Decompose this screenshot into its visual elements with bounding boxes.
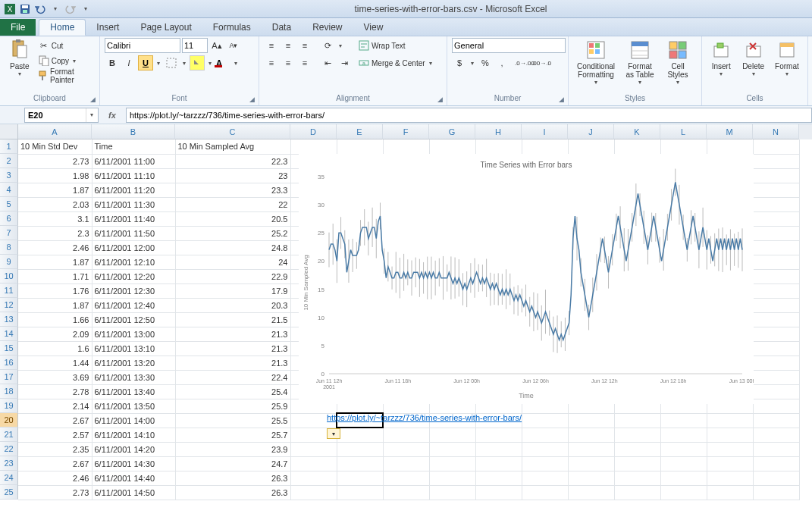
cell-C3[interactable]: 23 [175,168,290,183]
alignment-launcher[interactable]: ◢ [435,95,444,104]
cell-F23[interactable] [383,456,429,471]
cell-N1[interactable] [753,139,799,154]
col-header-A[interactable]: A [18,124,92,139]
cell-J21[interactable] [568,428,614,442]
cell-K21[interactable] [614,428,660,442]
cell-G24[interactable] [429,471,475,485]
row-header-11[interactable]: 11 [0,283,18,298]
row-header-24[interactable]: 24 [0,471,18,485]
cell-I24[interactable] [522,471,568,485]
cell-N8[interactable] [753,240,799,255]
cell-styles-button[interactable]: Cell Styles▾ [661,38,694,87]
cell-L22[interactable] [660,442,707,456]
italic-button[interactable]: I [121,55,136,70]
cell-A19[interactable]: 2.14 [18,399,92,413]
qat-customize-dropdown[interactable]: ▾ [79,2,92,16]
cell-H20[interactable] [475,413,522,428]
tab-formulas[interactable]: Formulas [202,19,262,36]
cell-M25[interactable] [707,485,753,500]
cell-E23[interactable] [337,456,383,471]
cell-K20[interactable] [614,413,660,428]
cell-N24[interactable] [753,471,799,485]
cell-F24[interactable] [383,471,429,485]
bold-button[interactable]: B [105,55,120,70]
cell-A24[interactable]: 2.46 [18,471,92,485]
increase-font-icon[interactable]: A▴ [209,38,224,53]
fill-color-button[interactable] [190,55,205,70]
row-header-5[interactable]: 5 [0,197,18,211]
cell-B1[interactable]: Time [92,139,175,154]
cell-C7[interactable]: 25.2 [175,226,290,240]
cell-C5[interactable]: 22 [175,197,290,211]
cell-N10[interactable] [753,269,799,283]
name-box[interactable]: ▾ [24,108,99,123]
cell-H22[interactable] [475,442,522,456]
col-header-D[interactable]: D [290,124,337,139]
cell-D24[interactable] [290,471,337,485]
merge-center-button[interactable]: aMerge & Center▾ [358,55,434,70]
cell-C22[interactable]: 23.9 [175,442,290,456]
col-header-K[interactable]: K [614,124,660,139]
cell-N21[interactable] [753,428,799,442]
cell-D23[interactable] [290,456,337,471]
increase-indent-icon[interactable]: ⇥ [337,55,352,70]
cell-C25[interactable]: 26.3 [175,485,290,500]
cell-B13[interactable]: 6/11/2001 12:50 [92,312,175,327]
cell-J23[interactable] [568,456,614,471]
row-header-8[interactable]: 8 [0,240,18,255]
cell-B11[interactable]: 6/11/2001 12:30 [92,283,175,298]
row-header-4[interactable]: 4 [0,183,18,197]
paste-options-tag[interactable]: ▾ [327,428,340,439]
row-header-6[interactable]: 6 [0,211,18,226]
cell-F25[interactable] [383,485,429,500]
cell-K1[interactable] [614,139,660,154]
cell-H23[interactable] [475,456,522,471]
cell-F21[interactable] [383,428,429,442]
currency-icon[interactable]: $ [452,55,467,70]
cell-A4[interactable]: 1.87 [18,183,92,197]
cell-I25[interactable] [522,485,568,500]
cell-A6[interactable]: 3.1 [18,211,92,226]
cell-E21[interactable] [337,428,383,442]
cell-I1[interactable] [522,139,568,154]
cut-button[interactable]: ✂Cut [38,38,95,53]
cell-C15[interactable]: 21.3 [175,341,290,356]
cell-M22[interactable] [707,442,753,456]
cell-L20[interactable] [660,413,707,428]
cell-N14[interactable] [753,327,799,341]
cell-D20[interactable] [290,413,337,428]
cell-N7[interactable] [753,226,799,240]
cell-G23[interactable] [429,456,475,471]
undo-icon[interactable] [33,2,47,16]
row-header-12[interactable]: 12 [0,298,18,312]
clipboard-launcher[interactable]: ◢ [88,95,97,104]
cell-B3[interactable]: 6/11/2001 11:10 [92,168,175,183]
cell-E22[interactable] [337,442,383,456]
insert-button[interactable]: Insert▾ [707,38,735,79]
cell-K22[interactable] [614,442,660,456]
cell-B14[interactable]: 6/11/2001 13:00 [92,327,175,341]
cell-C19[interactable]: 25.9 [175,399,290,413]
cell-K25[interactable] [614,485,660,500]
cell-B4[interactable]: 6/11/2001 11:20 [92,183,175,197]
cell-G22[interactable] [429,442,475,456]
font-launcher[interactable]: ◢ [247,95,256,104]
col-header-G[interactable]: G [429,124,475,139]
cell-A22[interactable]: 2.35 [18,442,92,456]
cell-A5[interactable]: 2.03 [18,197,92,211]
row-header-9[interactable]: 9 [0,255,18,269]
name-box-dropdown[interactable]: ▾ [86,108,96,122]
cell-G1[interactable] [429,139,475,154]
col-header-E[interactable]: E [337,124,383,139]
save-icon[interactable] [18,2,32,16]
cell-A14[interactable]: 2.09 [18,327,92,341]
cell-L23[interactable] [660,456,707,471]
col-header-N[interactable]: N [753,124,799,139]
tab-view[interactable]: View [353,19,394,36]
col-header-M[interactable]: M [707,124,753,139]
cell-I21[interactable] [522,428,568,442]
cell-N17[interactable] [753,370,799,384]
cell-C20[interactable]: 25.5 [175,413,290,428]
copy-button[interactable]: Copy▾ [38,53,95,68]
cell-G20[interactable] [429,413,475,428]
